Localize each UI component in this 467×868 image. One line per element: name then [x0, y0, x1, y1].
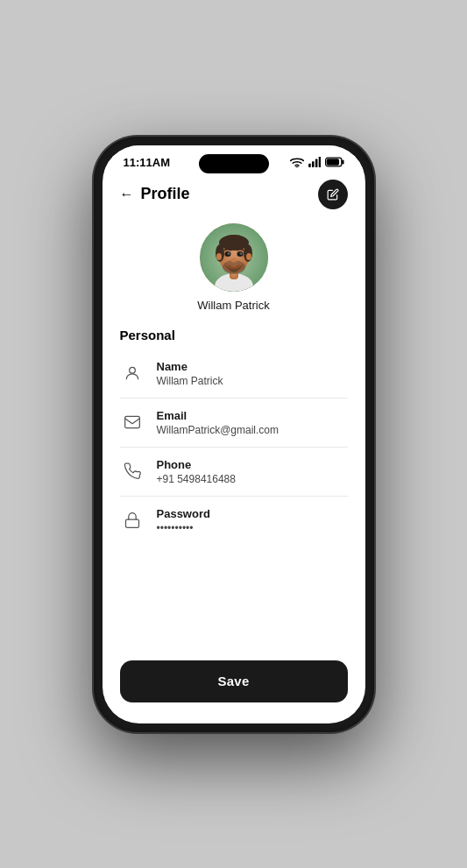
- fields-container: Name Willam Patrick Email WillamPatrick@…: [103, 349, 365, 646]
- personal-section-label: Personal: [103, 324, 365, 349]
- svg-rect-2: [312, 161, 315, 167]
- person-svg: [124, 364, 141, 382]
- password-value: ••••••••••: [157, 522, 210, 534]
- email-field-content: Email WillamPatrick@gmail.com: [157, 409, 279, 436]
- svg-rect-7: [326, 159, 338, 166]
- save-section: Save: [103, 646, 365, 723]
- password-field-content: Password ••••••••••: [157, 507, 210, 534]
- phone-icon: [120, 459, 145, 483]
- header-left: ← Profile: [120, 185, 190, 203]
- page-title: Profile: [141, 185, 190, 203]
- dynamic-island: [199, 154, 269, 173]
- lock-svg: [124, 512, 141, 529]
- svg-rect-27: [125, 519, 138, 527]
- phone-label: Phone: [157, 458, 236, 471]
- email-label: Email: [157, 409, 279, 422]
- email-field-row[interactable]: Email WillamPatrick@gmail.com: [120, 399, 348, 448]
- password-field-row[interactable]: Password ••••••••••: [120, 497, 348, 545]
- pencil-icon: [327, 188, 339, 201]
- password-label: Password: [157, 507, 210, 520]
- phone-shell: 11:11AM: [94, 137, 374, 732]
- svg-point-0: [296, 166, 298, 167]
- svg-point-20: [230, 258, 237, 262]
- name-label: Name: [157, 360, 223, 373]
- envelope-svg: [124, 413, 141, 431]
- svg-rect-3: [315, 159, 317, 167]
- save-button[interactable]: Save: [120, 660, 348, 702]
- status-time: 11:11AM: [124, 156, 170, 169]
- svg-point-18: [246, 253, 251, 260]
- person-icon: [120, 361, 145, 385]
- avatar-image: [200, 223, 268, 292]
- status-icons: [290, 157, 344, 167]
- name-field-row[interactable]: Name Willam Patrick: [120, 349, 348, 399]
- phone-screen: 11:11AM: [103, 145, 365, 723]
- email-value: WillamPatrick@gmail.com: [157, 424, 279, 436]
- svg-point-25: [129, 367, 135, 373]
- wifi-icon: [290, 157, 304, 167]
- header: ← Profile: [103, 173, 365, 216]
- phone-field-row[interactable]: Phone +91 5498416488: [120, 448, 348, 497]
- back-button[interactable]: ←: [120, 187, 134, 202]
- svg-point-17: [216, 253, 222, 260]
- svg-point-14: [222, 235, 246, 247]
- svg-rect-6: [342, 159, 344, 164]
- battery-icon: [325, 157, 344, 167]
- edit-button[interactable]: [318, 180, 348, 209]
- envelope-icon: [120, 410, 145, 434]
- name-field-content: Name Willam Patrick: [157, 360, 223, 387]
- avatar-section: Willam Patrick: [103, 216, 365, 324]
- phone-svg: [124, 462, 141, 480]
- avatar[interactable]: [200, 223, 268, 292]
- svg-point-24: [239, 252, 242, 255]
- svg-point-23: [227, 252, 230, 255]
- lock-icon: [120, 508, 145, 533]
- svg-rect-26: [124, 416, 139, 427]
- svg-rect-1: [308, 164, 311, 167]
- phone-value: +91 5498416488: [157, 473, 236, 485]
- phone-field-content: Phone +91 5498416488: [157, 458, 236, 485]
- svg-rect-4: [318, 157, 320, 167]
- signal-icon: [308, 157, 321, 167]
- name-value: Willam Patrick: [157, 375, 223, 387]
- avatar-name: Willam Patrick: [197, 299, 269, 312]
